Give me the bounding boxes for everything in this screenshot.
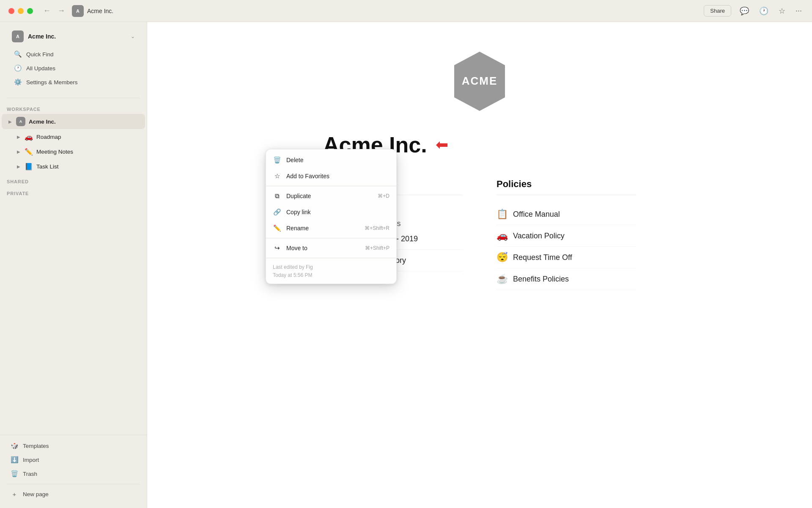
titlebar-actions: Share 💬 🕐 ☆ ···	[704, 5, 804, 17]
ctx-copy-link[interactable]: 🔗 Copy link	[266, 204, 396, 220]
context-menu: 🗑️ Delete ☆ Add to Favorites ⧉ Duplicate…	[266, 149, 397, 284]
task-list-expand-icon: ▶	[15, 163, 22, 170]
policies-column: Policies 📋 Office Manual 🚗 Vacation Poli…	[497, 179, 636, 290]
roadmap-expand-icon: ▶	[15, 134, 22, 141]
expand-arrow-icon: ▶	[7, 118, 14, 125]
workspace-header[interactable]: A Acme Inc. ⌄	[7, 27, 140, 46]
ctx-duplicate-label: Duplicate	[286, 193, 378, 199]
sidebar-divider-bottom	[7, 484, 140, 484]
fullscreen-button[interactable]	[27, 8, 33, 14]
share-button[interactable]: Share	[704, 5, 731, 17]
sidebar-divider-top	[7, 98, 140, 98]
ctx-rename-label: Rename	[286, 225, 365, 232]
sidebar-item-settings[interactable]: ⚙️ Settings & Members	[8, 75, 138, 89]
sidebar-item-templates[interactable]: 🎲 Templates	[5, 439, 142, 453]
ctx-duplicate[interactable]: ⧉ Duplicate ⌘+D	[266, 188, 396, 204]
workspace-icon: A	[12, 30, 24, 42]
titlebar: ← → A Acme Inc. Share 💬 🕐 ☆ ···	[0, 0, 812, 22]
acme-nav-icon: A	[16, 117, 25, 126]
move-icon: ↪	[273, 244, 281, 252]
main-layout: A Acme Inc. ⌄ 🔍 Quick Find 🕐 All Updates…	[0, 22, 812, 508]
quick-find-label: Quick Find	[26, 51, 54, 58]
forward-button[interactable]: →	[56, 5, 67, 17]
benefits-policies-link[interactable]: ☕ Benefits Policies	[497, 268, 636, 290]
office-manual-emoji: 📋	[497, 209, 508, 220]
task-list-label: Task List	[36, 163, 59, 170]
policies-col-header: Policies	[497, 179, 636, 195]
request-time-off-link[interactable]: 😴 Request Time Off	[497, 247, 636, 268]
import-label: Import	[23, 457, 39, 463]
meeting-notes-label: Meeting Notes	[36, 149, 73, 155]
ctx-rename[interactable]: ✏️ Rename ⌘+Shift+R	[266, 220, 396, 236]
titlebar-workspace-name: Acme Inc.	[87, 8, 704, 14]
ctx-footer: Last edited by Fig Today at 5:56 PM	[266, 260, 396, 281]
ctx-add-favorites[interactable]: ☆ Add to Favorites	[266, 168, 396, 184]
gear-icon: ⚙️	[14, 78, 22, 86]
task-list-emoji: 📘	[25, 163, 33, 171]
meeting-notes-emoji: ✏️	[25, 148, 33, 156]
ctx-last-edited-time: Today at 5:56 PM	[273, 271, 390, 279]
svg-text:ACME: ACME	[462, 75, 498, 87]
workspace-name: Acme Inc.	[28, 33, 131, 40]
templates-icon: 🎲	[10, 442, 19, 450]
ctx-delete-label: Delete	[286, 157, 390, 163]
ctx-add-favorites-label: Add to Favorites	[286, 173, 390, 179]
search-icon: 🔍	[14, 50, 22, 58]
content-area: 🗑️ Delete ☆ Add to Favorites ⧉ Duplicate…	[147, 22, 812, 508]
back-button[interactable]: ←	[41, 5, 52, 17]
clock-icon: 🕐	[14, 64, 22, 72]
vacation-policy-text: Vacation Policy	[513, 232, 565, 240]
ctx-delete[interactable]: 🗑️ Delete	[266, 152, 396, 168]
ctx-divider-3	[266, 258, 396, 258]
vacation-policy-emoji: 🚗	[497, 230, 508, 241]
acme-logo: ACME	[446, 47, 513, 115]
more-icon-button[interactable]: ···	[794, 5, 804, 17]
sidebar-top: A Acme Inc. ⌄ 🔍 Quick Find 🕐 All Updates…	[0, 22, 147, 94]
all-updates-label: All Updates	[26, 65, 55, 72]
close-button[interactable]	[8, 8, 14, 14]
sidebar-item-acme-inc[interactable]: ▶ A Acme Inc.	[2, 114, 145, 129]
meeting-notes-expand-icon: ▶	[15, 149, 22, 155]
vacation-policy-link[interactable]: 🚗 Vacation Policy	[497, 225, 636, 247]
trash-icon: 🗑️	[10, 470, 19, 478]
star-icon-button[interactable]: ☆	[777, 5, 787, 17]
ctx-copy-link-label: Copy link	[286, 209, 390, 215]
trash-label: Trash	[23, 471, 37, 477]
ctx-divider-2	[266, 238, 396, 238]
sidebar-item-import[interactable]: ⬇️ Import	[5, 453, 142, 467]
ctx-move-to-shortcut: ⌘+Shift+P	[365, 245, 390, 251]
workspace-chevron-icon: ⌄	[131, 33, 135, 39]
new-page-label: New page	[23, 491, 49, 497]
acme-logo-container: ACME	[323, 47, 636, 115]
new-page-button[interactable]: + New page	[5, 488, 142, 501]
sidebar-footer: 🎲 Templates ⬇️ Import 🗑️ Trash + New pag…	[0, 435, 147, 501]
sidebar: A Acme Inc. ⌄ 🔍 Quick Find 🕐 All Updates…	[0, 22, 147, 508]
settings-label: Settings & Members	[26, 79, 78, 86]
chat-icon-button[interactable]: 💬	[738, 5, 751, 17]
sidebar-item-trash[interactable]: 🗑️ Trash	[5, 467, 142, 480]
minimize-button[interactable]	[18, 8, 24, 14]
templates-label: Templates	[23, 443, 49, 449]
ctx-move-to[interactable]: ↪ Move to ⌘+Shift+P	[266, 240, 396, 256]
plus-icon: +	[10, 491, 19, 498]
sidebar-item-roadmap[interactable]: ▶ 🚗 Roadmap	[2, 130, 145, 144]
sidebar-item-meeting-notes[interactable]: ▶ ✏️ Meeting Notes	[2, 145, 145, 159]
traffic-lights	[8, 8, 33, 14]
acme-inc-nav-label: Acme Inc.	[29, 119, 56, 125]
ctx-move-to-label: Move to	[286, 245, 365, 251]
shared-section-label: SHARED	[0, 174, 147, 186]
request-time-off-text: Request Time Off	[513, 253, 572, 262]
clock-icon-button[interactable]: 🕐	[757, 5, 770, 17]
ctx-rename-shortcut: ⌘+Shift+R	[365, 225, 390, 231]
ctx-divider-1	[266, 186, 396, 186]
sidebar-item-all-updates[interactable]: 🕐 All Updates	[8, 61, 138, 75]
sidebar-item-task-list[interactable]: ▶ 📘 Task List	[2, 160, 145, 174]
benefits-policies-emoji: ☕	[497, 273, 508, 284]
office-manual-link[interactable]: 📋 Office Manual	[497, 204, 636, 225]
workspace-section-label: WORKSPACE	[0, 102, 147, 113]
office-manual-text: Office Manual	[513, 210, 560, 219]
roadmap-emoji: 🚗	[25, 133, 33, 141]
sidebar-item-quick-find[interactable]: 🔍 Quick Find	[8, 47, 138, 61]
ctx-last-edited-by: Last edited by Fig	[273, 263, 390, 271]
star-icon: ☆	[273, 172, 281, 180]
